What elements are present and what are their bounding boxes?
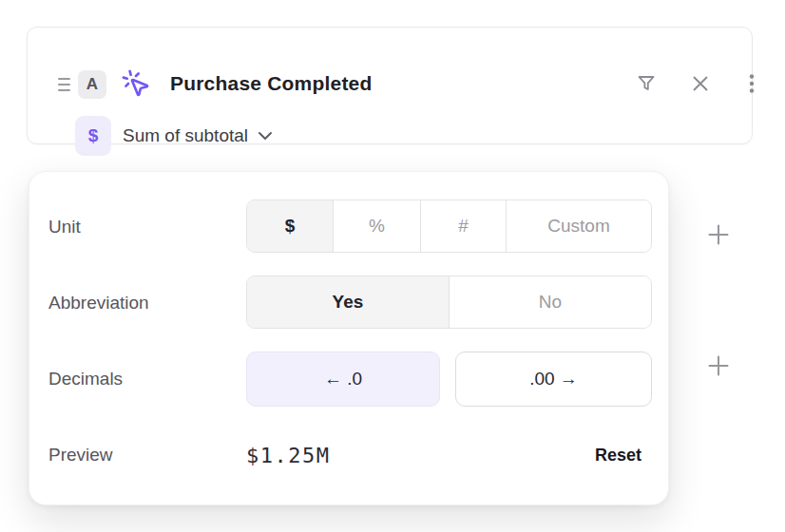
unit-option-dollar[interactable]: $ bbox=[247, 200, 333, 252]
plus-icon bbox=[707, 223, 730, 246]
abbreviation-option-yes[interactable]: Yes bbox=[247, 276, 449, 328]
decimals-row-label: Decimals bbox=[48, 369, 123, 390]
chevron-down-icon bbox=[258, 131, 273, 141]
unit-option-percent[interactable]: % bbox=[333, 200, 420, 252]
drag-handle-icon[interactable] bbox=[57, 76, 72, 93]
close-button[interactable] bbox=[688, 71, 713, 96]
fewer-decimals-button[interactable]: ← .0 bbox=[246, 352, 440, 407]
kebab-menu-icon bbox=[740, 72, 763, 95]
more-decimals-button[interactable]: .00 → bbox=[455, 352, 652, 407]
number-format-popover: Unit $ % # Custom Abbreviation Yes No De… bbox=[29, 171, 669, 505]
close-icon bbox=[689, 72, 712, 95]
event-title[interactable]: Purchase Completed bbox=[170, 72, 373, 95]
mouse-pointer-click-icon bbox=[121, 68, 151, 99]
reset-button[interactable]: Reset bbox=[595, 446, 641, 466]
abbreviation-option-no[interactable]: No bbox=[449, 276, 651, 328]
metric-unit-badge: $ bbox=[75, 116, 111, 156]
chart-builder-canvas: A Purchase Completed bbox=[0, 0, 785, 532]
add-metric-button[interactable] bbox=[707, 223, 730, 246]
event-order-badge: A bbox=[78, 70, 106, 99]
plus-icon bbox=[707, 354, 730, 377]
unit-row-label: Unit bbox=[48, 217, 81, 238]
metric-selector[interactable]: $ Sum of subtotal bbox=[75, 116, 273, 156]
event-card: A Purchase Completed bbox=[27, 27, 753, 144]
unit-option-number[interactable]: # bbox=[420, 200, 506, 252]
unit-option-custom[interactable]: Custom bbox=[506, 200, 651, 252]
add-filter-button[interactable] bbox=[707, 354, 730, 377]
unit-segmented-control: $ % # Custom bbox=[246, 200, 652, 253]
filter-button[interactable] bbox=[634, 71, 659, 96]
funnel-icon bbox=[635, 72, 658, 95]
abbreviation-segmented-control: Yes No bbox=[246, 276, 652, 329]
more-menu-button[interactable] bbox=[739, 71, 764, 96]
metric-label: Sum of subtotal bbox=[123, 125, 248, 146]
abbreviation-row-label: Abbreviation bbox=[48, 293, 149, 314]
preview-row-label: Preview bbox=[48, 445, 113, 466]
preview-value: $1.25M bbox=[246, 444, 330, 467]
